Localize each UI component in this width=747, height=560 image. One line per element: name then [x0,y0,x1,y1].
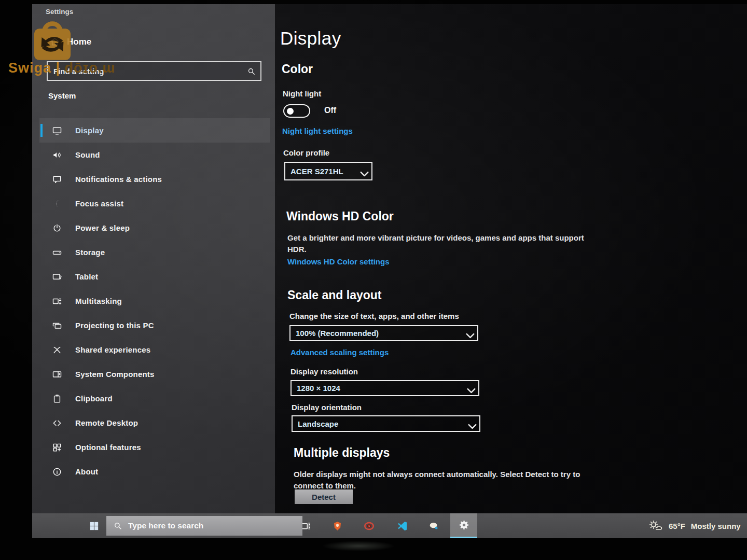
sidebar-item-label: Clipboard [75,394,113,403]
display-icon [52,125,62,136]
scale-size-label: Change the size of text, apps, and other… [289,312,459,320]
sidebar-item-label: About [75,467,98,476]
scale-size-dropdown[interactable]: 100% (Recommended) [289,325,478,341]
sidebar-item-remote-desktop[interactable]: Remote Desktop [39,411,270,435]
sidebar-item-home[interactable]: Home [49,36,91,47]
hd-color-settings-link[interactable]: Windows HD Color settings [287,257,390,266]
resolution-label: Display resolution [290,367,358,376]
night-light-toggle[interactable] [283,104,310,118]
tray-condition: Mostly sunny [691,522,741,530]
sound-icon [52,150,62,160]
sidebar-item-label: Sound [75,150,100,159]
taskbar-red-app-icon[interactable] [357,513,380,538]
sidebar-item-shared-experiences[interactable]: Shared experiences [39,338,270,362]
search-icon [113,521,122,530]
settings-search-input[interactable] [52,66,247,76]
sidebar-item-multitasking[interactable]: Multitasking [39,289,270,313]
window-title: Settings [46,8,73,16]
scale-layout-heading: Scale and layout [287,288,382,302]
sidebar-item-focus-assist[interactable]: Focus assist [39,191,270,216]
hd-color-description: Get a brighter and more vibrant picture … [287,232,605,255]
remote-desktop-icon [52,418,62,428]
sidebar-item-label: Multitasking [75,297,122,305]
sidebar-item-label: System Components [75,370,155,379]
sidebar-item-about[interactable]: About [39,459,270,484]
taskbar-brave-icon[interactable] [326,513,349,538]
sidebar-item-system-components[interactable]: System Components [39,362,270,386]
sidebar-item-label: Shared experiences [75,345,150,354]
storage-icon [52,247,62,258]
detect-button[interactable]: Detect [295,489,353,504]
optional-features-icon [52,442,62,453]
color-profile-dropdown[interactable]: ACER S271HL [284,162,372,180]
multiple-displays-heading: Multiple displays [294,446,390,460]
notifications-icon [52,174,62,185]
sidebar-section-system: System [48,91,76,100]
home-icon [49,36,60,47]
chevron-down-icon [463,329,472,338]
hd-color-heading: Windows HD Color [286,209,394,223]
sidebar-item-clipboard[interactable]: Clipboard [39,386,270,411]
taskbar-settings-icon[interactable] [450,513,477,538]
chevron-down-icon [464,384,473,393]
settings-search-box[interactable] [47,61,261,81]
chevron-down-icon [465,419,474,428]
sidebar-nav-list: DisplaySoundNotifications & actionsFocus… [32,118,275,484]
sidebar-item-label: Optional features [75,443,141,452]
sidebar-item-storage[interactable]: Storage [39,240,270,264]
chevron-down-icon [357,167,366,176]
focus-assist-icon [52,199,62,209]
orientation-label: Display orientation [292,403,362,412]
sidebar-item-power-sleep[interactable]: Power & sleep [39,216,270,240]
weather-sun-icon [647,520,663,532]
night-light-state: Off [324,106,336,115]
taskbar-weather-widget[interactable]: 65°F Mostly sunny [647,513,741,538]
sidebar-item-label: Storage [75,248,105,257]
sidebar-item-label: Display [75,126,104,135]
taskbar: Type here to search 65°F Mostly sunny [32,513,747,538]
shared-icon [52,345,62,355]
toggle-knob [287,108,294,115]
advanced-scaling-link[interactable]: Advanced scaling settings [290,348,389,357]
projecting-icon [52,320,62,331]
multitasking-icon [52,296,62,306]
scale-size-value: 100% (Recommended) [296,329,379,338]
sidebar-item-sound[interactable]: Sound [39,143,270,167]
sidebar-item-tablet[interactable]: Tablet [39,264,270,289]
color-heading: Color [282,62,313,76]
sidebar-item-label: Projecting to this PC [75,321,154,330]
resolution-value: 1280 × 1024 [297,384,340,393]
taskbar-start-button[interactable] [82,513,105,538]
sidebar-item-label: Notifications & actions [75,175,162,184]
clipboard-icon [52,394,62,404]
taskbar-vscode-icon[interactable] [391,513,413,538]
multiple-displays-description: Older displays might not always connect … [294,469,596,492]
settings-sidebar: Settings Home System DisplaySoundNotific… [32,4,275,513]
power-icon [52,223,62,233]
resolution-dropdown[interactable]: 1280 × 1024 [290,380,479,396]
display-settings-pane: Display Color Night light Off Night ligh… [275,4,747,513]
sidebar-item-optional-features[interactable]: Optional features [39,435,270,459]
sidebar-item-projecting-to-this-pc[interactable]: Projecting to this PC [39,313,270,338]
night-light-settings-link[interactable]: Night light settings [282,127,353,135]
page-title: Display [280,28,341,49]
orientation-value: Landscape [298,419,338,428]
taskbar-paint3d-icon[interactable] [422,513,445,538]
taskbar-search-placeholder: Type here to search [128,521,203,530]
night-light-label: Night light [283,89,321,98]
orientation-dropdown[interactable]: Landscape [292,415,480,432]
tray-temperature: 65°F [669,522,685,530]
search-icon [247,67,256,76]
tablet-icon [52,272,62,282]
sidebar-item-label: Focus assist [75,199,123,208]
sidebar-item-notifications-actions[interactable]: Notifications & actions [39,167,270,191]
monitor-screen: Settings Home System DisplaySoundNotific… [32,4,747,538]
home-label: Home [67,37,91,47]
taskbar-search-box[interactable]: Type here to search [106,516,302,536]
components-icon [52,369,62,380]
sidebar-item-label: Remote Desktop [75,418,138,427]
sidebar-item-display[interactable]: Display [39,118,270,143]
photo-frame: Settings Home System DisplaySoundNotific… [0,0,747,560]
sidebar-item-label: Tablet [75,272,98,281]
about-icon [52,467,62,477]
